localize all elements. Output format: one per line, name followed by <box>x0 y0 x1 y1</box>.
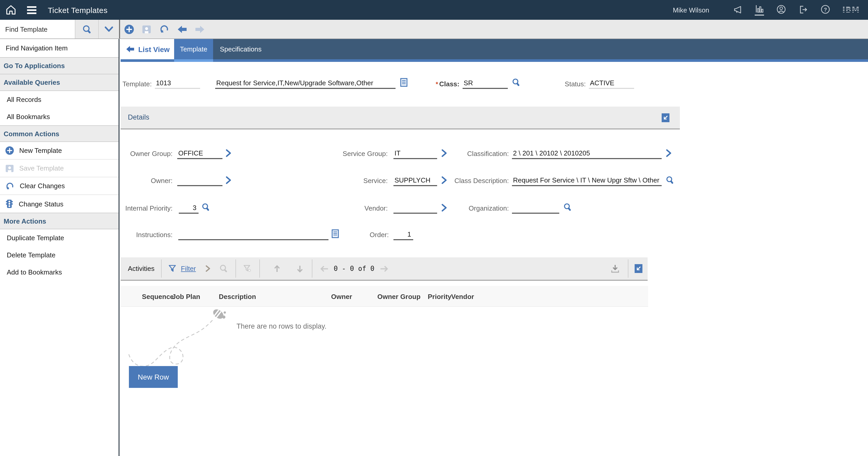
next-page-button[interactable] <box>379 257 389 280</box>
app-header: Ticket Templates Mike Wilson ? IBM <box>0 0 868 20</box>
user-name[interactable]: Mike Wilson <box>673 6 709 14</box>
undo-icon <box>159 24 169 34</box>
undo-icon <box>5 181 14 190</box>
order-label: Order: <box>364 230 389 240</box>
sidebar-item-label: Save Template <box>19 164 64 172</box>
find-search-button[interactable] <box>75 20 98 38</box>
bar-chart-icon <box>754 4 764 13</box>
filter-button[interactable] <box>168 257 176 280</box>
long-description-button[interactable] <box>400 78 407 89</box>
template-description-field[interactable]: Request for Service,IT,New/Upgrade Softw… <box>215 79 396 89</box>
internal-priority-label: Internal Priority: <box>94 204 173 213</box>
tab-template[interactable]: Template <box>174 39 213 59</box>
chevron-right-icon <box>225 149 231 157</box>
sidebar-item-delete-template[interactable]: Delete Template <box>0 246 119 264</box>
search-icon <box>82 24 92 34</box>
column-header-priority[interactable]: Priority <box>428 286 452 308</box>
new-row-button[interactable]: New Row <box>129 366 178 388</box>
previous-record-button[interactable] <box>173 25 191 34</box>
filter-funnel-icon <box>168 265 176 272</box>
move-row-up-button[interactable] <box>272 257 282 280</box>
activities-table-header: Sequence Job Plan Description Owner Owne… <box>121 286 648 307</box>
clear-changes-button[interactable] <box>155 24 173 34</box>
required-marker: * <box>436 81 438 88</box>
forward-arrow-icon <box>195 25 205 34</box>
classification-label: Classification: <box>426 149 509 159</box>
move-row-down-button[interactable] <box>295 257 305 280</box>
sidebar-item-label: Change Status <box>19 200 63 208</box>
find-options-button[interactable] <box>98 20 119 38</box>
class-label: *Class: <box>422 80 460 89</box>
home-icon <box>5 4 17 16</box>
sidebar-item-all-bookmarks[interactable]: All Bookmarks <box>0 108 119 125</box>
reports-button[interactable] <box>754 4 764 16</box>
new-record-button[interactable] <box>120 24 138 34</box>
owner-detail-button[interactable] <box>225 176 231 186</box>
column-header-description[interactable]: Description <box>219 286 256 308</box>
sidebar-item-label: Clear Changes <box>20 182 65 190</box>
home-button[interactable] <box>5 4 17 16</box>
sidebar-heading-common-actions[interactable]: Common Actions <box>0 125 119 142</box>
arrow-up-icon <box>272 264 282 273</box>
column-header-owner[interactable]: Owner <box>331 286 352 308</box>
empty-state-bee-illustration <box>125 307 229 372</box>
template-label: Template: <box>99 80 152 89</box>
instructions-label: Instructions: <box>94 230 173 240</box>
class-description-select-button[interactable] <box>666 176 674 187</box>
column-header-owner-group[interactable]: Owner Group <box>377 286 421 308</box>
class-description-field[interactable]: Request For Service \ IT \ New Upgr Sftw… <box>512 176 662 186</box>
activities-collapse-button[interactable] <box>634 264 643 273</box>
details-section-header[interactable]: Details <box>121 107 680 129</box>
vendor-label: Vendor: <box>312 204 388 213</box>
table-search-button[interactable] <box>219 257 228 280</box>
previous-page-button[interactable] <box>320 257 329 280</box>
download-button[interactable] <box>610 257 620 280</box>
find-navigation-item[interactable]: Find Navigation Item <box>0 39 119 58</box>
owner-group-detail-button[interactable] <box>225 149 231 159</box>
sidebar-item-all-records[interactable]: All Records <box>0 91 119 108</box>
details-title: Details <box>128 107 149 128</box>
class-field[interactable]: SR <box>463 79 508 89</box>
filter-link[interactable]: Filter <box>181 257 196 280</box>
instructions-long-description-button[interactable] <box>332 229 339 240</box>
order-field[interactable]: 1 <box>394 230 413 240</box>
column-header-vendor[interactable]: Vendor <box>451 286 474 308</box>
tab-specifications[interactable]: Specifications <box>213 45 261 53</box>
hamburger-menu-button[interactable] <box>27 6 36 14</box>
record-toolbar <box>120 20 209 38</box>
owner-group-field[interactable]: OFFICE <box>177 149 222 159</box>
arrow-left-icon <box>320 264 329 273</box>
find-template-input[interactable] <box>0 20 75 38</box>
template-id-field[interactable]: 1013 <box>155 79 200 89</box>
sidebar-heading-go-to-applications[interactable]: Go To Applications <box>0 58 119 74</box>
announcements-button[interactable] <box>733 4 742 16</box>
classification-field[interactable]: 2 \ 201 \ 20102 \ 2010205 <box>512 149 662 159</box>
internal-priority-select-button[interactable] <box>202 203 210 214</box>
column-header-job-plan[interactable]: Job Plan <box>172 286 200 308</box>
magnifier-icon <box>666 176 674 185</box>
logout-button[interactable] <box>798 4 808 16</box>
sidebar-item-add-to-bookmarks[interactable]: Add to Bookmarks <box>0 264 119 281</box>
organization-field[interactable] <box>512 203 559 214</box>
help-button[interactable]: ? <box>820 4 830 16</box>
clear-filter-button[interactable] <box>243 257 252 280</box>
class-select-button[interactable] <box>512 78 520 89</box>
save-icon <box>142 25 151 34</box>
classification-detail-button[interactable] <box>666 149 672 159</box>
organization-select-button[interactable] <box>563 203 572 214</box>
sidebar-heading-more-actions[interactable]: More Actions <box>0 213 119 229</box>
details-collapse-button[interactable] <box>662 113 670 122</box>
save-record-button[interactable] <box>138 25 155 34</box>
filter-expand-button[interactable] <box>205 257 211 280</box>
next-record-button[interactable] <box>191 25 209 34</box>
ibm-logo: IBM <box>842 5 860 14</box>
internal-priority-field[interactable]: 3 <box>179 203 198 214</box>
profile-button[interactable] <box>776 4 786 16</box>
instructions-field[interactable] <box>178 230 329 240</box>
column-header-sequence[interactable]: Sequence <box>142 286 174 308</box>
back-to-list-view[interactable]: List View <box>121 39 174 59</box>
back-arrow-icon <box>126 45 135 53</box>
sidebar-item-save-template[interactable]: Save Template <box>0 160 119 177</box>
owner-field[interactable] <box>177 176 222 186</box>
tab-bar: List View Template Specifications <box>121 39 868 59</box>
